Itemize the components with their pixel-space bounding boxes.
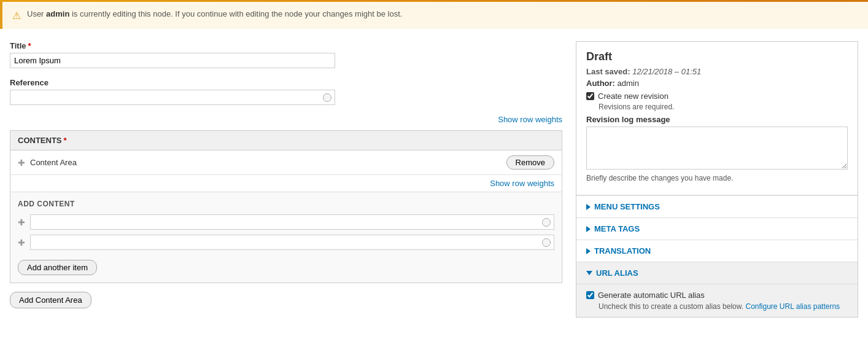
translation-section: TRANSLATION <box>576 240 858 262</box>
meta-tags-section: META TAGS <box>576 217 858 240</box>
left-panel: Title* Reference Show row weights CONTEN… <box>10 41 576 318</box>
drag-handle-content-2[interactable]: ✚ <box>18 238 25 248</box>
url-alias-checkbox[interactable] <box>586 291 594 299</box>
meta-tags-arrow-icon <box>586 226 591 232</box>
translation-label: TRANSLATION <box>594 246 651 256</box>
right-panel-meta: Last saved: 12/21/2018 – 01:51 Author: a… <box>576 67 858 195</box>
contents-header: CONTENTS* <box>10 131 562 150</box>
title-field-group: Title* <box>10 41 564 68</box>
revision-log-textarea[interactable] <box>586 127 848 170</box>
remove-button[interactable]: Remove <box>506 155 554 170</box>
warning-text: User admin is currently editing this nod… <box>27 9 402 18</box>
reference-input[interactable] <box>10 90 335 105</box>
revision-check-row: Create new revision <box>586 92 848 101</box>
last-saved: Last saved: 12/21/2018 – 01:51 <box>586 67 848 76</box>
menu-settings-arrow-icon <box>586 204 591 210</box>
meta-tags-label: META TAGS <box>594 224 640 233</box>
translation-header[interactable]: TRANSLATION <box>576 240 858 262</box>
create-revision-label[interactable]: Create new revision <box>598 92 668 101</box>
show-row-weights-top[interactable]: Show row weights <box>10 115 562 124</box>
url-alias-checkbox-label[interactable]: Generate automatic URL alias <box>598 291 705 300</box>
show-row-weights-inner[interactable]: Show row weights <box>10 175 562 192</box>
add-content-section: ADD CONTENT ✚ ✚ <box>10 192 562 283</box>
add-content-area-button[interactable]: Add Content Area <box>10 292 91 308</box>
url-alias-check-row: Generate automatic URL alias <box>586 291 848 300</box>
add-another-item-button[interactable]: Add another item <box>18 260 97 275</box>
content-area-label: Content Area <box>30 158 77 167</box>
content-area-row: ✚ Content Area Remove <box>10 150 562 175</box>
add-content-row-2: ✚ <box>18 235 554 250</box>
url-alias-configure-link[interactable]: Configure URL alias patterns <box>745 302 840 311</box>
create-revision-checkbox[interactable] <box>586 92 594 100</box>
author-row: Author: admin <box>586 79 848 88</box>
translation-arrow-icon <box>586 248 591 254</box>
warning-banner: ⚠ User admin is currently editing this n… <box>0 2 868 29</box>
revision-required-note: Revisions are required. <box>586 103 848 111</box>
revision-log-label: Revision log message <box>586 115 848 124</box>
reference-input-wrap <box>10 90 335 105</box>
url-alias-section: URL ALIAS Generate automatic URL alias U… <box>576 262 858 317</box>
drag-handle-content-area[interactable]: ✚ <box>18 158 25 168</box>
menu-settings-header[interactable]: MENU SETTINGS <box>576 196 858 217</box>
url-alias-header[interactable]: URL ALIAS <box>576 262 858 284</box>
draft-title: Draft <box>576 42 858 67</box>
add-content-circle-2 <box>542 238 551 247</box>
title-input[interactable] <box>10 53 335 68</box>
add-content-header: ADD CONTENT <box>18 200 554 208</box>
warning-user: admin <box>46 9 69 18</box>
reference-field-group: Reference <box>10 78 564 105</box>
add-content-input-wrap-1 <box>30 214 554 230</box>
url-alias-label: URL ALIAS <box>596 268 638 278</box>
menu-settings-label: MENU SETTINGS <box>594 202 660 211</box>
url-alias-arrow-icon <box>586 271 592 275</box>
reference-label: Reference <box>10 78 564 87</box>
right-panel: Draft Last saved: 12/21/2018 – 01:51 Aut… <box>576 41 858 318</box>
contents-required: * <box>64 136 67 145</box>
warning-icon: ⚠ <box>12 10 21 21</box>
add-content-input-2[interactable] <box>30 235 554 250</box>
add-content-circle-1 <box>542 218 551 227</box>
add-content-input-1[interactable] <box>30 214 554 230</box>
url-alias-hint: Uncheck this to create a custom alias be… <box>586 302 848 311</box>
drag-handle-content-1[interactable]: ✚ <box>18 217 25 227</box>
contents-section: CONTENTS* ✚ Content Area Remove Show row… <box>10 130 562 283</box>
meta-tags-header[interactable]: META TAGS <box>576 218 858 240</box>
url-alias-content: Generate automatic URL alias Uncheck thi… <box>576 284 858 317</box>
reference-circle-icon <box>323 93 331 102</box>
add-content-row-1: ✚ <box>18 214 554 230</box>
add-content-input-wrap-2 <box>30 235 554 250</box>
title-label: Title* <box>10 41 564 50</box>
revision-log-hint: Briefly describe the changes you have ma… <box>586 174 848 189</box>
content-area-left: ✚ Content Area <box>18 158 77 168</box>
title-required: * <box>28 41 31 50</box>
menu-settings-section: MENU SETTINGS <box>576 195 858 217</box>
